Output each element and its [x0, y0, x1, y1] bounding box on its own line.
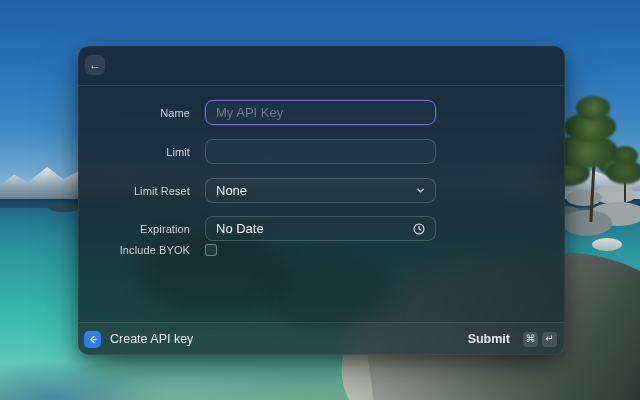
- name-field-wrap: [205, 100, 436, 125]
- form-row-expiration: Expiration No Date: [78, 216, 565, 241]
- submit-label: Submit: [468, 332, 510, 346]
- name-label: Name: [78, 107, 190, 119]
- name-input[interactable]: [205, 100, 436, 125]
- clock-icon: [413, 223, 425, 235]
- dialog-header: ←: [78, 46, 565, 86]
- limit-field-wrap: [205, 139, 436, 164]
- limit-label: Limit: [78, 146, 190, 158]
- extension-icon: [84, 331, 101, 348]
- wallpaper-rock-island: [48, 203, 80, 212]
- limit-reset-label: Limit Reset: [78, 185, 190, 197]
- expiration-value: No Date: [216, 221, 413, 236]
- include-byok-checkbox[interactable]: [205, 244, 217, 256]
- limit-input[interactable]: [205, 139, 436, 164]
- include-byok-label: Include BYOK: [78, 244, 190, 256]
- expiration-field-wrap: No Date: [205, 216, 436, 241]
- return-key-icon: ↵: [542, 332, 557, 347]
- expiration-date-picker[interactable]: No Date: [205, 216, 436, 241]
- wallpaper-small-tree: [602, 146, 640, 204]
- dialog-footer: Create API key Submit ⌘ ↵: [78, 322, 565, 355]
- tree-foliage: [576, 96, 610, 120]
- back-button[interactable]: ←: [85, 55, 105, 75]
- form-row-limit-reset: Limit Reset None: [78, 178, 565, 203]
- tree-foliage: [606, 160, 640, 184]
- wallpaper-water-rock: [592, 238, 622, 251]
- form-row-limit: Limit: [78, 139, 565, 164]
- api-key-form: Name Limit Limit Reset None: [78, 85, 565, 322]
- submit-button[interactable]: Submit ⌘ ↵: [468, 332, 557, 347]
- expiration-label: Expiration: [78, 223, 190, 235]
- form-row-include-byok: Include BYOK: [78, 243, 565, 256]
- command-title: Create API key: [110, 332, 193, 346]
- create-api-key-dialog: ← Name Limit Limit Reset None: [78, 46, 565, 355]
- chevron-down-icon: [416, 186, 425, 195]
- command-key-icon: ⌘: [523, 332, 538, 347]
- arrow-left-icon: ←: [89, 59, 101, 71]
- form-row-name: Name: [78, 100, 565, 125]
- limit-reset-dropdown[interactable]: None: [205, 178, 436, 203]
- limit-reset-field-wrap: None: [205, 178, 436, 203]
- limit-reset-value: None: [216, 183, 416, 198]
